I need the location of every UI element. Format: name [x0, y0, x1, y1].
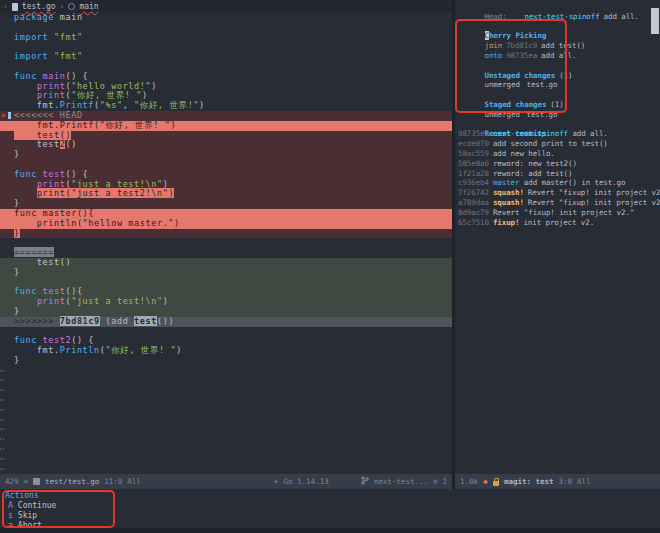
commit-message: add all. [572, 129, 607, 138]
end-of-buffer-icon [0, 438, 5, 440]
commit-row[interactable]: 1f21a28reword: add test() [455, 169, 660, 179]
modeline-buffer-name[interactable]: magit: test [504, 477, 554, 486]
modeline-filename[interactable]: test/test.go [45, 477, 99, 486]
save-icon[interactable] [33, 478, 40, 485]
commit-row[interactable]: c936eb4master add master() in test.go [455, 178, 660, 188]
code-line[interactable]: print("just a test!\n") [0, 297, 452, 307]
head-message: add all. [604, 12, 639, 21]
code-line[interactable] [0, 434, 452, 444]
scrollbar-thumb[interactable] [651, 8, 659, 34]
code-line[interactable]: } [0, 150, 452, 160]
code-token: print [37, 179, 66, 189]
code-line[interactable]: test2() [0, 140, 452, 150]
code-line[interactable] [0, 415, 452, 425]
code-token: print [37, 296, 66, 306]
code-line[interactable] [0, 395, 452, 405]
code-token: () { [65, 169, 88, 179]
annotation-box-cherry-picking [455, 19, 567, 113]
code-line[interactable] [0, 405, 452, 415]
code-line[interactable]: test() [0, 258, 452, 268]
annotation-box-actions [2, 490, 115, 528]
commit-hash: 98735ea [458, 129, 489, 138]
code-line[interactable] [0, 424, 452, 434]
branch-label: master [493, 178, 524, 187]
breadcrumb-file[interactable]: test.go [22, 2, 56, 11]
checker-count: 1 [442, 477, 447, 486]
editor-modeline: 429 ∞ test/test.go 11:0 All ✈ Go 1.14.13… [0, 474, 452, 489]
code-line[interactable] [0, 366, 452, 376]
code-area[interactable]: package mainimport "fmt"import "fmt"func… [0, 13, 452, 473]
method-icon [68, 3, 75, 10]
commit-keyword: squash! [493, 198, 524, 207]
code-token: package [14, 12, 54, 22]
end-of-buffer-icon [0, 428, 5, 430]
code-line[interactable]: import "fmt" [0, 52, 452, 62]
code-line[interactable]: } [0, 229, 452, 239]
code-token: print [37, 81, 66, 91]
commit-row[interactable]: 585e8a0reword: new test2() [455, 159, 660, 169]
code-token [14, 296, 37, 306]
emacs-frame: › test.go › main package mainimport "fmt… [0, 0, 660, 533]
code-line[interactable]: >>>>>>> 7bd81c9 (add test()) [0, 317, 452, 327]
commit-row[interactable]: 98735eanext-test-spinoff add all. [455, 129, 660, 139]
recent-commits-heading[interactable]: Recent commits [455, 120, 660, 130]
code-line[interactable]: fmt.Println("你好, 世界! ") [0, 346, 452, 356]
code-token: } [14, 149, 20, 159]
code-line[interactable]: } [0, 268, 452, 278]
scroll-indicator: All [127, 477, 141, 486]
code-token: main [54, 12, 83, 22]
code-token: "你好, 世界! " [71, 90, 142, 100]
code-token: Printf [60, 100, 94, 110]
infinity-icon: ∞ [24, 477, 29, 486]
code-line[interactable] [0, 444, 452, 454]
commit-row[interactable]: a789daasquash!Revert "fixup! init projec… [455, 198, 660, 208]
code-token: >>>>>>> [14, 316, 60, 326]
code-token: <<<<<<< HEAD [14, 110, 83, 120]
plane-icon: ✈ [274, 477, 279, 486]
commit-message: init project v2. [523, 218, 594, 227]
commit-row[interactable]: 65c7510fixup!init project v2. [455, 218, 660, 228]
commit-hash: 7f26742 [458, 188, 489, 197]
code-line[interactable] [0, 454, 452, 464]
code-line[interactable] [0, 238, 452, 248]
code-token: "你好, 世界! " [106, 345, 177, 355]
code-token: 7bd81c9 [60, 316, 100, 326]
commit-row[interactable]: 7f26742squash!Revert "fixup! init projec… [455, 188, 660, 198]
chevron-right-icon: › [60, 2, 65, 11]
end-of-buffer-icon [0, 419, 5, 421]
code-line[interactable] [0, 375, 452, 385]
code-token: ) [176, 345, 182, 355]
code-token: test [43, 169, 66, 179]
code-line[interactable]: println("hellow master.") [0, 219, 452, 229]
commit-hash: ecde070 [458, 139, 489, 148]
end-of-buffer-icon [0, 399, 5, 401]
code-line[interactable] [0, 464, 452, 474]
chevron-right-icon: › [3, 2, 8, 11]
code-token: import [14, 51, 48, 61]
commit-row[interactable]: ecde070add second print to test() [455, 139, 660, 149]
code-token: "fmt" [54, 32, 83, 42]
buffer-size: 429 [5, 477, 19, 486]
magit-head-line[interactable]: Head:next-test-spinoffadd all. [455, 2, 660, 12]
code-line[interactable] [0, 385, 452, 395]
code-token: "hello world!" [71, 81, 151, 91]
code-line[interactable]: } [0, 356, 452, 366]
breadcrumb-symbol[interactable]: main [79, 2, 98, 11]
code-token: main [43, 71, 66, 81]
end-of-buffer-icon [0, 409, 5, 411]
commit-row[interactable]: 8d9ac79Revert "fixup! init project v2." [455, 208, 660, 218]
conflict-fringe-icon: » [1, 111, 5, 121]
code-token: ) [151, 81, 157, 91]
end-of-buffer-icon [0, 468, 5, 470]
code-line[interactable]: import "fmt" [0, 33, 452, 43]
checker-icon[interactable]: ⊘ [433, 477, 438, 486]
code-token: } [14, 198, 20, 208]
magit-modeline: 1.0k ◆ magit: test 3:0 All [455, 474, 660, 489]
code-line[interactable]: print("just a test2!\n") [0, 189, 452, 199]
code-line[interactable]: package main [0, 13, 452, 23]
modeline-branch[interactable]: next-test... [374, 477, 428, 486]
code-token: fmt. [14, 100, 60, 110]
commit-message: add master() in test.go [524, 178, 626, 187]
commit-row[interactable]: 58ac559add new hello. [455, 149, 660, 159]
code-token: "你好, 世界!" [134, 100, 199, 110]
